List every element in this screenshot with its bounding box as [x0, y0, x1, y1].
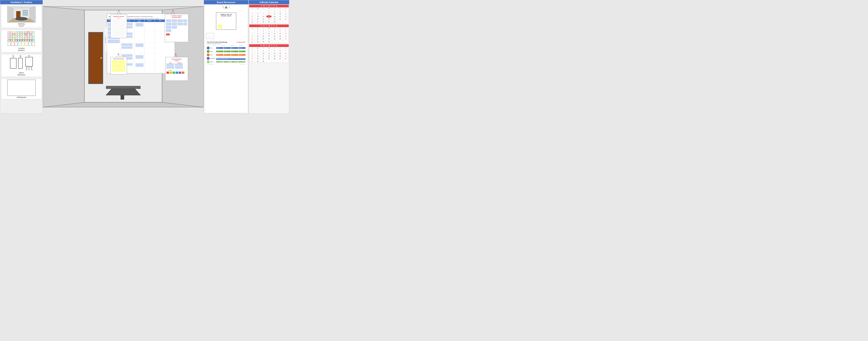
cal-day-18[interactable]: 18 [283, 15, 288, 18]
whiteboard-label: Whiteboard [17, 96, 26, 98]
svg-rect-76 [10, 58, 16, 68]
cal-day-11[interactable]: 11 [283, 12, 288, 15]
cal-day-10[interactable]: 10 [277, 12, 283, 15]
svg-rect-180 [121, 64, 125, 67]
cal-day-15-today[interactable]: 15 [266, 15, 272, 18]
cal-day-28[interactable]: 28 [260, 21, 266, 23]
calendar-months: S M T W T F S S M T W T F S 1 2 [249, 4, 289, 113]
colorful-borders-item[interactable]: ColorfulBorders [1, 30, 42, 52]
month-2-grid[interactable]: S M T W T F S 1 2 3 4 5 6 7 [249, 27, 289, 43]
cal-day-21[interactable]: 21 [260, 18, 266, 21]
whiteboard-item[interactable]: Whiteboard [1, 79, 42, 100]
cal-day-9[interactable]: 9 [272, 12, 277, 15]
svg-text:BACKLOG ITEMS: BACKLOG ITEMS [172, 17, 181, 18]
svg-rect-222 [182, 72, 184, 74]
svg-text:Work In: Work In [138, 20, 141, 21]
cal-day-empty[interactable] [277, 21, 283, 23]
cal-day-7[interactable]: 7 [260, 12, 266, 15]
svg-rect-176 [117, 60, 121, 64]
cal-day-6[interactable]: 6 [255, 12, 260, 15]
cal-day-27[interactable]: 27 [255, 21, 260, 23]
cal-day-13[interactable]: 13 [255, 15, 260, 18]
avatar-email [207, 54, 210, 56]
svg-rect-179 [117, 64, 121, 67]
avatar-freelancers [207, 57, 210, 60]
month-3-block: S M T W T F S S M T W T F S 1 2 3 4 5 [249, 44, 289, 63]
cal-header-t1: T [260, 7, 266, 10]
cal-day-12[interactable]: 12 [249, 15, 255, 18]
cal-day-20[interactable]: 20 [255, 18, 260, 21]
svg-text:ACTIONS: ACTIONS [174, 60, 179, 61]
toolbox-header: Facilitator's Toolbox [0, 0, 42, 4]
svg-rect-214 [175, 64, 183, 66]
cal-day-17[interactable]: 17 [277, 15, 283, 18]
cal-header-th1: T [272, 7, 277, 10]
svg-text:Decisions: Decisions [178, 62, 182, 63]
cal-day-29[interactable]: 29 [266, 21, 272, 23]
cal-day-30[interactable]: 30 [272, 21, 277, 23]
roadmap-row-freelancers: Freelancers Type Here | Type Here | Type… [207, 57, 246, 60]
cal-header-m1: M [255, 7, 260, 10]
cal-day-16[interactable]: 16 [272, 15, 277, 18]
cal-header-f1: F [277, 7, 283, 10]
svg-rect-142 [136, 55, 143, 59]
roadmap-subtitle: Product roadmap overview [207, 43, 246, 44]
month-3-header: S M T W T F S [249, 44, 289, 47]
svg-rect-181 [112, 68, 116, 72]
month-1-block: S M T W T F S S M T W T F S 1 2 [249, 5, 289, 23]
svg-text:Sprint Backlog: Sprint Backlog [105, 37, 106, 43]
svg-rect-137 [122, 55, 132, 57]
avatar-orion [207, 47, 210, 49]
roadmap-title: The GO Product Roadmap [207, 41, 227, 43]
whiteboard-preview [7, 80, 36, 96]
cal-day-25[interactable]: 25 [283, 18, 288, 21]
month-1-grid[interactable]: S M T W T F S 1 2 3 4 5 6 [249, 7, 289, 23]
meeting-room-label: MeetingRoom [18, 23, 25, 27]
svg-rect-192 [178, 19, 183, 22]
svg-rect-190 [166, 19, 171, 22]
cal-day-empty[interactable] [249, 10, 255, 12]
svg-rect-199 [172, 26, 177, 28]
cal-day-26[interactable]: 26 [249, 21, 255, 23]
svg-rect-81 [26, 57, 33, 66]
svg-text:Blocked: Blocked [148, 20, 152, 21]
svg-text:Done: Done [159, 20, 161, 21]
calendar-panel: 3-Month Calendar S M T W T F S S M T W T… [249, 0, 289, 114]
cal-day-8[interactable]: 8 [266, 12, 272, 15]
month-3-grid[interactable]: S M T W T F S 1 2 3 4 5 6 7 8 [249, 47, 289, 63]
blank-flipcharts-item[interactable]: BlankFlipcharts [1, 54, 42, 77]
cal-day-23[interactable]: 23 [272, 18, 277, 21]
cal-day-24[interactable]: 24 [277, 18, 283, 21]
cal-day-1[interactable]: 1 [266, 10, 272, 12]
svg-rect-196 [178, 23, 183, 25]
cal-day-22[interactable]: 22 [266, 18, 272, 21]
svg-text:Example: Example [117, 18, 121, 19]
cal-day-2[interactable]: 2 [272, 10, 277, 12]
svg-point-150 [118, 10, 119, 11]
colorful-borders-label: ColorfulBorders [18, 47, 25, 51]
cal-day-3[interactable]: 3 [277, 10, 283, 12]
feedback-note-title: FEEDBACK FROM THEPREVIOUS SPRINT [217, 14, 235, 17]
cal-day-19[interactable]: 19 [249, 18, 255, 21]
svg-rect-195 [172, 23, 177, 25]
cal-day-5[interactable]: 5 [249, 12, 255, 15]
cal-day-empty[interactable] [260, 10, 266, 12]
cal-day-4[interactable]: 4 [283, 10, 288, 12]
svg-marker-91 [43, 6, 85, 107]
svg-rect-191 [172, 19, 177, 22]
board-resources-panel: Board Resources FEEDBACK FROM THEPREVIOU… [204, 0, 249, 114]
svg-rect-98 [121, 95, 124, 100]
month-2-name: S M T W T F S [261, 25, 277, 27]
svg-rect-194 [166, 23, 171, 25]
avatar-metrics [207, 60, 210, 63]
svg-rect-219 [173, 72, 175, 74]
month-3-name: S M T W T F S [261, 45, 277, 47]
cal-day-empty[interactable] [283, 21, 288, 23]
cal-day-empty[interactable] [255, 10, 260, 12]
cal-day-14[interactable]: 14 [260, 15, 266, 18]
month-2-header: S M T W T F S [249, 25, 289, 27]
svg-rect-140 [136, 23, 143, 26]
month-2-block: S M T W T F S S M T W T F S 1 2 3 4 [249, 25, 289, 43]
svg-line-85 [31, 66, 32, 70]
meeting-room-item[interactable]: MeetingRoom [1, 5, 42, 28]
